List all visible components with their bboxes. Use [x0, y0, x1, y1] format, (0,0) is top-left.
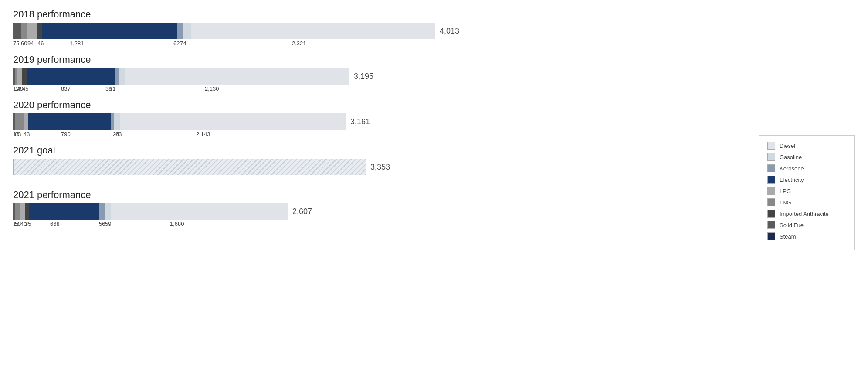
- legend-label-7: Solid Fuel: [780, 222, 805, 228]
- 2018-performance-title: 2018 performance: [13, 9, 702, 20]
- 2018-performance: 2018 performance4,013756094461,28162742,…: [13, 9, 702, 50]
- 2021-performance-segment-5: [99, 203, 105, 220]
- 2021-performance-label-5: 56: [99, 221, 105, 227]
- 2021-performance-segment-1: [15, 203, 20, 220]
- 2018-performance-label-3: 46: [37, 40, 44, 47]
- 2019-performance-label-4: 837: [61, 85, 71, 92]
- legend-label-0: Diesel: [780, 143, 795, 149]
- 2019-performance-bar-row: 3,195: [13, 68, 702, 85]
- 2019-performance-total: 3,195: [354, 72, 373, 81]
- 2020-performance-segment-3: [28, 113, 111, 130]
- 2019-performance-label-7: 2,130: [205, 85, 219, 92]
- 2020-performance-label-5: 63: [115, 131, 122, 137]
- 2021-goal-bar-row: 3,353: [13, 159, 702, 175]
- legend-label-1: Gasoline: [780, 154, 802, 160]
- legend-label-5: LNG: [780, 199, 791, 206]
- 2019-performance-labels: 1916494583738612,130: [13, 85, 702, 95]
- 2019-performance-label-6: 61: [109, 85, 115, 92]
- 2018-performance-segment-4: [42, 23, 177, 39]
- legend-item-8: Steam: [767, 232, 847, 240]
- legend-swatch-2: [767, 164, 775, 172]
- 2018-performance-label-0: 75: [13, 40, 19, 47]
- 2018-performance-segment-3: [37, 23, 42, 39]
- 2020-performance-labels: 16834379024632,143: [13, 131, 702, 140]
- legend-swatch-5: [767, 198, 775, 206]
- legend-item-6: Imported Anthracite: [767, 210, 847, 218]
- legend-item-1: Gasoline: [767, 153, 847, 161]
- legend-item-5: LNG: [767, 198, 847, 206]
- legend-label-3: Electricity: [780, 177, 804, 183]
- legend: DieselGasolineKeroseneElectricityLPGLNGI…: [759, 135, 855, 250]
- 2018-performance-label-2: 94: [27, 40, 34, 47]
- 2018-performance-segment-1: [21, 23, 27, 39]
- 2019-performance-title: 2019 performance: [13, 54, 702, 65]
- 2021-performance-bar-row: 2,607: [13, 203, 702, 220]
- 2021-performance-segment-4: [29, 203, 99, 220]
- 2021-performance-segment-6: [105, 203, 111, 220]
- 2018-performance-segment-7: [191, 23, 435, 39]
- legend-item-7: Solid Fuel: [767, 221, 847, 229]
- 2020-performance-segment-2: [24, 113, 28, 130]
- 2021-goal-title: 2021 goal: [13, 145, 702, 156]
- 2021-performance-segment-2: [20, 203, 25, 220]
- 2020-performance-total: 3,161: [350, 117, 370, 126]
- legend-swatch-4: [767, 187, 775, 195]
- legend-item-0: Diesel: [767, 142, 847, 150]
- 2018-performance-segment-0: [13, 23, 21, 39]
- 2021-goal-total: 3,353: [370, 163, 390, 172]
- 2019-performance-segment-7: [125, 68, 349, 85]
- 2018-performance-segment-2: [27, 23, 37, 39]
- legend-swatch-0: [767, 142, 775, 150]
- legend-swatch-1: [767, 153, 775, 161]
- 2019-performance-segment-6: [119, 68, 125, 85]
- 2021-performance-label-7: 1,680: [170, 221, 184, 227]
- legend-swatch-7: [767, 221, 775, 229]
- legend-item-3: Electricity: [767, 176, 847, 184]
- 2021-performance-label-3: 35: [25, 221, 31, 227]
- 2018-performance-segment-6: [183, 23, 191, 39]
- legend-label-4: LPG: [780, 188, 791, 194]
- legend-label-6: Imported Anthracite: [780, 211, 829, 217]
- 2020-performance-label-1: 83: [15, 131, 21, 137]
- legend-swatch-8: [767, 232, 775, 240]
- 2019-performance: 2019 performance3,1951916494583738612,13…: [13, 54, 702, 95]
- 2018-performance-label-4: 1,281: [70, 40, 84, 47]
- 2021-performance-labels: 1653403566856591,680: [13, 221, 702, 230]
- 2018-performance-label-7: 2,321: [292, 40, 306, 47]
- 2018-performance-total: 4,013: [440, 27, 459, 36]
- 2018-performance-bar-row: 4,013: [13, 23, 702, 39]
- 2020-performance-label-2: 43: [24, 131, 30, 137]
- legend-item-2: Kerosene: [767, 164, 847, 172]
- 2019-performance-label-3: 45: [22, 85, 28, 92]
- 2020-performance-title: 2020 performance: [13, 99, 702, 111]
- 2019-performance-segment-2: [17, 68, 22, 85]
- 2020-performance-segment-1: [15, 113, 24, 130]
- legend-swatch-6: [767, 210, 775, 218]
- 2020-performance-segment-5: [114, 113, 120, 130]
- 2021-performance-segment-3: [25, 203, 29, 220]
- 2020-performance-segment-6: [120, 113, 346, 130]
- 2020-performance-bar-row: 3,161: [13, 113, 702, 130]
- 2018-performance-labels: 756094461,28162742,321: [13, 40, 702, 50]
- 2018-performance-segment-5: [177, 23, 183, 39]
- legend-item-4: LPG: [767, 187, 847, 195]
- 2021-performance-label-6: 59: [105, 221, 111, 227]
- 2019-performance-segment-3: [22, 68, 27, 85]
- 2018-performance-label-6: 74: [180, 40, 186, 47]
- 2021-performance-total: 2,607: [292, 207, 312, 216]
- 2020-performance-label-6: 2,143: [196, 131, 210, 137]
- 2021-performance: 2021 performance2,6071653403566856591,68…: [13, 189, 702, 230]
- 2020-performance: 2020 performance3,16116834379024632,143: [13, 99, 702, 140]
- 2019-performance-segment-5: [115, 68, 119, 85]
- 2021-performance-title: 2021 performance: [13, 189, 702, 201]
- legend-label-2: Kerosene: [780, 165, 804, 172]
- 2021-performance-segment-7: [111, 203, 288, 220]
- 2021-goal: 2021 goal3,353: [13, 145, 702, 186]
- legend-label-8: Steam: [780, 233, 796, 240]
- 2018-performance-label-5: 62: [173, 40, 180, 47]
- 2021-performance-label-4: 668: [50, 221, 60, 227]
- 2019-performance-segment-4: [27, 68, 115, 85]
- 2020-performance-label-3: 790: [61, 131, 71, 137]
- 2018-performance-label-1: 60: [21, 40, 27, 47]
- legend-swatch-3: [767, 176, 775, 184]
